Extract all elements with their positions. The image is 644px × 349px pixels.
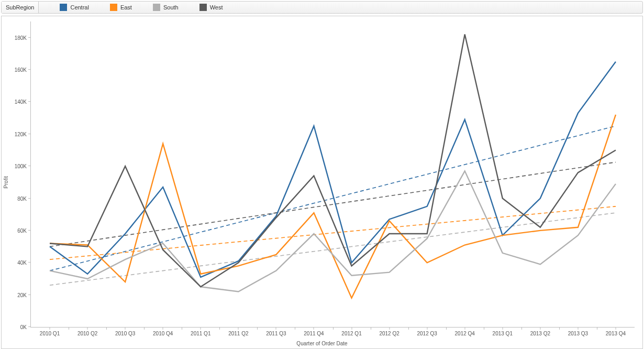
y-tick-label: 80K bbox=[6, 195, 27, 201]
y-tick-label: 20K bbox=[6, 292, 27, 298]
x-tick-label: 2010 Q2 bbox=[77, 331, 97, 336]
legend-swatch bbox=[153, 4, 160, 11]
x-tick-label: 2013 Q4 bbox=[606, 331, 626, 336]
x-tick-label: 2013 Q1 bbox=[493, 331, 513, 336]
legend-swatch bbox=[199, 4, 207, 11]
legend-swatch bbox=[110, 4, 117, 11]
x-tick-label: 2011 Q2 bbox=[228, 331, 248, 336]
x-tick-label: 2012 Q1 bbox=[341, 331, 361, 336]
legend-item-west[interactable]: West bbox=[199, 4, 223, 11]
legend-items: CentralEastSouthWest bbox=[39, 4, 223, 11]
y-tick-label: 140K bbox=[6, 99, 27, 105]
y-tick-label: 40K bbox=[6, 260, 27, 266]
x-tick-label: 2010 Q4 bbox=[153, 331, 173, 336]
chart-area: Profit Quarter of Order Date 0K20K40K60K… bbox=[1, 16, 643, 349]
y-tick-label: 0K bbox=[6, 324, 27, 330]
trend-line bbox=[50, 162, 616, 246]
x-tick-label: 2012 Q4 bbox=[455, 331, 475, 336]
legend-label: West bbox=[210, 4, 223, 10]
line-chart-svg bbox=[31, 21, 635, 327]
legend-bar: SubRegion CentralEastSouthWest bbox=[1, 1, 643, 14]
x-tick-label: 2011 Q1 bbox=[191, 331, 210, 336]
x-tick-label: 2010 Q3 bbox=[115, 331, 135, 336]
series-line bbox=[50, 62, 616, 277]
y-tick-label: 120K bbox=[6, 131, 27, 137]
y-tick-label: 160K bbox=[6, 67, 27, 73]
x-axis-label: Quarter of Order Date bbox=[296, 341, 347, 346]
legend-item-south[interactable]: South bbox=[153, 4, 179, 11]
legend-item-central[interactable]: Central bbox=[60, 4, 88, 11]
x-tick-label: 2010 Q1 bbox=[40, 331, 60, 336]
y-tick-label: 60K bbox=[6, 227, 27, 233]
x-tick-label: 2012 Q2 bbox=[379, 331, 399, 336]
plot-region[interactable]: 0K20K40K60K80K100K120K140K160K180K2010 Q… bbox=[30, 21, 635, 328]
legend-swatch bbox=[60, 4, 67, 11]
legend-label: East bbox=[120, 4, 132, 10]
trend-line bbox=[50, 206, 616, 259]
legend-label: Central bbox=[70, 4, 88, 10]
legend-title-text: SubRegion bbox=[6, 4, 34, 10]
y-axis-label: Profit bbox=[3, 176, 9, 188]
x-tick-label: 2013 Q3 bbox=[568, 331, 588, 336]
series-line bbox=[50, 115, 616, 298]
legend-label: South bbox=[163, 4, 179, 10]
x-tick-label: 2012 Q3 bbox=[417, 331, 437, 336]
chart-container: SubRegion CentralEastSouthWest Profit Qu… bbox=[0, 1, 644, 349]
y-tick-label: 100K bbox=[6, 163, 27, 169]
legend-title: SubRegion bbox=[2, 2, 39, 13]
x-tick-label: 2013 Q2 bbox=[530, 331, 550, 336]
legend-item-east[interactable]: East bbox=[110, 4, 132, 11]
x-tick-label: 2011 Q3 bbox=[266, 331, 286, 336]
y-tick-label: 180K bbox=[6, 35, 27, 40]
x-tick-label: 2011 Q4 bbox=[304, 331, 324, 336]
